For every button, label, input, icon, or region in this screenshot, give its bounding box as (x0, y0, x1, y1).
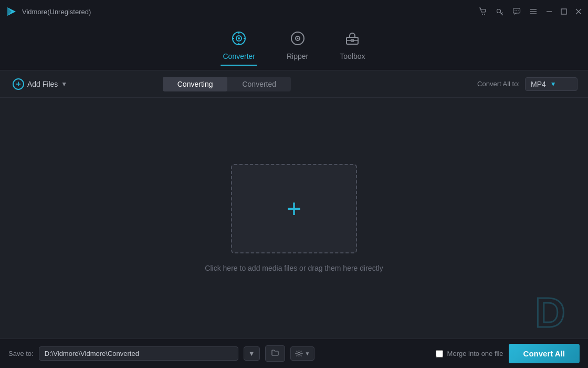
tab-ripper-label: Ripper (287, 52, 308, 60)
add-files-label: Add Files (27, 80, 58, 88)
close-icon[interactable] (575, 8, 582, 15)
open-folder-button[interactable] (265, 345, 285, 362)
title-bar-left: Vidmore(Unregistered) (5, 5, 91, 18)
format-select-value: MP4 (531, 80, 546, 88)
bottom-bar: Save to: ▼ ▼ Merge into one file Convert… (0, 339, 588, 368)
convert-all-to-label: Convert All to: (477, 80, 520, 88)
format-select-arrow-icon: ▼ (550, 80, 556, 88)
chat-icon[interactable] (512, 7, 521, 16)
maximize-icon[interactable] (561, 8, 567, 15)
menu-icon[interactable] (529, 7, 538, 16)
converter-icon (232, 31, 246, 49)
drop-plus-icon: + (287, 196, 301, 221)
drop-zone[interactable]: + (231, 164, 357, 253)
svg-point-25 (297, 37, 298, 39)
tab-converter[interactable]: Converter (223, 31, 255, 63)
svg-point-7 (516, 11, 517, 12)
watermark-logo: D (532, 289, 580, 331)
drop-hint-text: Click here to add media files or drag th… (205, 264, 383, 272)
svg-text:D: D (535, 289, 565, 331)
add-files-dropdown-arrow[interactable]: ▼ (61, 80, 67, 88)
merge-label: Merge into one file (447, 350, 503, 357)
tab-toolbox-label: Toolbox (340, 52, 365, 60)
add-files-plus-icon: + (13, 78, 24, 90)
toolbar: + Add Files ▼ Converting Converted Conve… (0, 70, 588, 98)
title-bar-controls (479, 7, 582, 16)
ripper-icon (290, 31, 305, 49)
format-select-dropdown[interactable]: MP4 ▼ (525, 77, 578, 91)
settings-button[interactable]: ▼ (290, 346, 315, 361)
converting-tab-button[interactable]: Converting (163, 77, 228, 91)
convert-all-to-area: Convert All to: MP4 ▼ (477, 77, 578, 91)
key-icon[interactable] (496, 7, 504, 16)
svg-point-18 (238, 37, 240, 39)
app-logo-icon (5, 5, 18, 18)
settings-gear-icon (295, 350, 303, 357)
save-to-label: Save to: (8, 350, 34, 357)
merge-checkbox[interactable] (436, 350, 443, 357)
toolbox-icon (345, 31, 360, 49)
svg-point-2 (482, 14, 483, 15)
save-path-dropdown-button[interactable]: ▼ (244, 346, 260, 361)
minimize-icon[interactable] (546, 8, 552, 15)
save-path-input[interactable] (39, 346, 238, 361)
folder-icon (271, 349, 279, 357)
svg-point-3 (484, 14, 485, 15)
convert-all-button[interactable]: Convert All (509, 344, 580, 363)
tab-ripper[interactable]: Ripper (287, 31, 308, 63)
tab-toolbox[interactable]: Toolbox (340, 31, 365, 63)
app-title: Vidmore(Unregistered) (22, 8, 91, 16)
add-files-button[interactable]: + Add Files ▼ (10, 75, 69, 93)
svg-point-8 (518, 11, 519, 12)
tab-converter-label: Converter (223, 52, 255, 60)
main-content: + Click here to add media files or drag … (0, 98, 588, 339)
watermark: D (532, 289, 580, 333)
title-bar: Vidmore(Unregistered) (0, 0, 588, 23)
cart-icon[interactable] (479, 7, 487, 16)
svg-rect-13 (561, 9, 566, 14)
merge-area: Merge into one file (436, 350, 503, 357)
tab-bar: Converter Ripper Toolbox (0, 23, 588, 70)
converting-converted-switch: Converting Converted (163, 77, 291, 91)
converted-tab-button[interactable]: Converted (227, 77, 291, 91)
settings-arrow-icon: ▼ (305, 351, 310, 356)
svg-point-30 (298, 352, 300, 355)
svg-point-6 (514, 11, 516, 12)
